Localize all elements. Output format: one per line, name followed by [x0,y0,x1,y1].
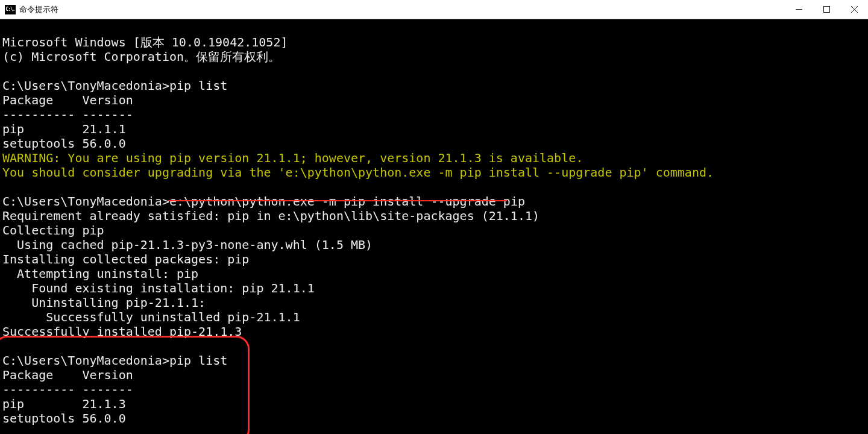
table-header: Package Version [2,93,133,107]
close-icon [851,6,858,13]
prompt-path: C:\Users\TonyMacedonia> [2,353,169,368]
output-line: Successfully installed pip-21.1.3 [2,324,242,339]
table-row: setuptools 56.0.0 [2,136,126,151]
table-rule: ---------- ------- [2,382,133,397]
table-row: pip 21.1.3 [2,397,126,411]
minimize-button[interactable] [785,0,813,18]
output-line: Using cached pip-21.1.3-py3-none-any.whl… [2,237,373,252]
prompt-command: pip list [169,78,227,93]
table-rule: ---------- ------- [2,107,133,122]
terminal-output[interactable]: Microsoft Windows [版本 10.0.19042.1052] (… [0,19,868,434]
output-line: Found existing installation: pip 21.1.1 [2,281,315,295]
prompt-path: C:\Users\TonyMacedonia> [2,78,169,93]
table-header: Package Version [2,368,133,382]
warning-line: WARNING: You are using pip version 21.1.… [2,151,583,165]
prompt-command: pip list [169,353,227,368]
banner-line: (c) Microsoft Corporation。保留所有权利。 [2,49,280,64]
close-button[interactable] [840,0,868,18]
maximize-button[interactable] [813,0,840,18]
prompt-path: C:\Users\TonyMacedonia> [2,194,169,209]
window-title: 命令提示符 [19,4,58,15]
svg-rect-1 [823,6,829,12]
banner-line: Microsoft Windows [版本 10.0.19042.1052] [2,35,288,49]
prompt-command: e:\python\python.exe -m pip install --up… [169,194,525,209]
output-line: Installing collected packages: pip [2,252,249,266]
warning-line: You should consider upgrading via the 'e… [2,165,714,180]
minimize-icon [796,6,802,13]
window-titlebar[interactable]: C:\. 命令提示符 [0,0,868,19]
output-line: Requirement already satisfied: pip in e:… [2,209,539,223]
maximize-icon [823,6,830,13]
table-row: pip 21.1.1 [2,122,126,136]
cmd-icon: C:\. [5,5,16,14]
output-line: Collecting pip [2,223,104,237]
output-line: Attempting uninstall: pip [2,266,198,281]
output-line: Successfully uninstalled pip-21.1.1 [2,310,300,324]
window-controls [785,0,868,18]
output-line: Uninstalling pip-21.1.1: [2,295,206,310]
table-row: setuptools 56.0.0 [2,411,126,426]
